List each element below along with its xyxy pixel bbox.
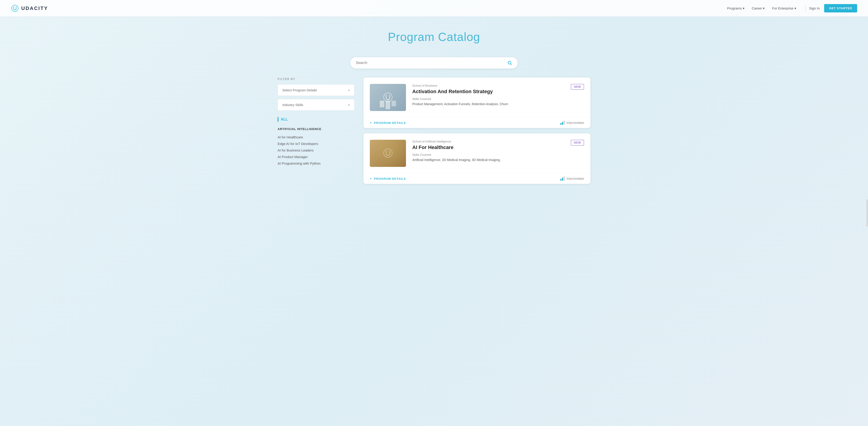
card-body-2: School of Artificial Intelligence AI For… <box>364 133 590 173</box>
program-details-dropdown-label: Select Program Details <box>282 88 317 92</box>
plus-icon: + <box>370 121 372 125</box>
skills-label-1: Skills Covered <box>412 97 564 101</box>
level-bar-mid <box>562 178 563 181</box>
level-indicator-2: Intermediate <box>560 177 584 181</box>
level-bar-high <box>563 121 565 125</box>
chevron-down-icon: ▾ <box>743 6 745 10</box>
hero-section: Program Catalog <box>0 17 868 53</box>
get-started-button[interactable]: GET STARTED <box>824 4 857 12</box>
card-thumbnail-2 <box>370 140 406 167</box>
card-body-1: School of Business Activation And Retent… <box>364 78 590 117</box>
scrollbar[interactable] <box>866 200 868 226</box>
filter-by-label: FILTER BY <box>278 78 354 81</box>
program-title-1: Activation And Retention Strategy <box>412 89 564 94</box>
nav-links: Programs ▾ Career ▾ For Enterprise ▾ <box>727 6 796 10</box>
skills-label-2: Skills Covered <box>412 153 564 156</box>
search-box <box>350 57 518 68</box>
search-button[interactable] <box>507 60 512 65</box>
card-info-2: School of Artificial Intelligence AI For… <box>412 140 564 162</box>
card-info-1: School of Business Activation And Retent… <box>412 84 564 106</box>
card-footer-1: + PROGRAM DETAILS Intermediate <box>364 117 590 128</box>
program-details-link-2[interactable]: + PROGRAM DETAILS <box>370 177 406 181</box>
logo-text: UDACITY <box>21 5 48 11</box>
program-card-2: School of Artificial Intelligence AI For… <box>364 133 590 184</box>
svg-line-1 <box>510 64 512 65</box>
nav-enterprise[interactable]: For Enterprise ▾ <box>772 6 796 10</box>
category-title-ai: ARTIFICIAL INTELLIGENCE <box>278 127 354 131</box>
search-section <box>346 57 522 68</box>
program-title-2: AI For Healthcare <box>412 145 564 150</box>
skills-text-2: Artificial Intelligence, 2D Medical Imag… <box>412 157 564 162</box>
sidebar-item-ai-healthcare[interactable]: AI for Healthcare <box>278 134 354 141</box>
school-name-2: School of Artificial Intelligence <box>412 140 564 143</box>
thumbnail-people <box>370 101 406 109</box>
category-ai: ARTIFICIAL INTELLIGENCE AI for Healthcar… <box>278 127 354 166</box>
sidebar-item-edge-ai[interactable]: Edge AI for IoT Developers <box>278 141 354 147</box>
sidebar-item-ai-product-manager[interactable]: AI Product Manager <box>278 154 354 160</box>
new-badge-2: NEW <box>571 140 584 146</box>
skills-text-1: Product Management, Activation Funnels, … <box>412 101 564 106</box>
sidebar-item-ai-business[interactable]: AI for Business Leaders <box>278 147 354 154</box>
card-footer-2: + PROGRAM DETAILS Intermediate <box>364 173 590 184</box>
sidebar-item-ai-python[interactable]: AI Programming with Python <box>278 160 354 166</box>
thumb-overlay <box>370 140 406 167</box>
level-bar-low <box>560 179 561 181</box>
category-items-ai: AI for Healthcare Edge AI for IoT Develo… <box>278 134 354 166</box>
search-input[interactable] <box>356 61 507 65</box>
program-details-dropdown[interactable]: Select Program Details ▾ <box>278 84 354 96</box>
industry-skills-dropdown-label: Industry Skills <box>282 103 303 107</box>
all-link-bar <box>278 117 278 122</box>
sidebar-nav: ALL ARTIFICIAL INTELLIGENCE AI for Healt… <box>278 117 354 166</box>
industry-skills-dropdown[interactable]: Industry Skills ▾ <box>278 99 354 111</box>
nav-career[interactable]: Career ▾ <box>752 6 765 10</box>
chevron-down-icon: ▾ <box>763 6 765 10</box>
nav-divider <box>805 6 806 11</box>
chevron-down-icon: ▾ <box>348 88 350 92</box>
sidebar: FILTER BY Select Program Details ▾ Indus… <box>278 78 354 189</box>
program-details-link-1[interactable]: + PROGRAM DETAILS <box>370 121 406 125</box>
level-bars-1 <box>560 121 565 125</box>
school-name-1: School of Business <box>412 84 564 87</box>
sign-in-link[interactable]: Sign In <box>809 6 820 10</box>
plus-icon-2: + <box>370 177 372 181</box>
new-badge-1: NEW <box>571 84 584 90</box>
main-layout: FILTER BY Select Program Details ▾ Indus… <box>267 78 601 203</box>
level-bar-low <box>560 123 561 125</box>
nav-programs[interactable]: Programs ▾ <box>727 6 745 10</box>
page-title: Program Catalog <box>4 30 864 43</box>
content-area: School of Business Activation And Retent… <box>364 78 590 189</box>
card-thumbnail-1 <box>370 84 406 111</box>
level-bar-mid <box>562 122 563 125</box>
chevron-down-icon: ▾ <box>795 6 796 10</box>
chevron-down-icon: ▾ <box>348 103 350 107</box>
all-link[interactable]: ALL <box>278 117 354 122</box>
search-icon <box>507 60 512 65</box>
logo-area[interactable]: UDACITY <box>11 4 48 12</box>
navbar: UDACITY Programs ▾ Career ▾ For Enterpri… <box>0 0 868 17</box>
level-indicator-1: Intermediate <box>560 121 584 125</box>
udacity-logo-icon <box>11 4 19 12</box>
level-bars-2 <box>560 177 565 181</box>
program-card-1: School of Business Activation And Retent… <box>364 78 590 128</box>
level-bar-high <box>563 177 565 181</box>
